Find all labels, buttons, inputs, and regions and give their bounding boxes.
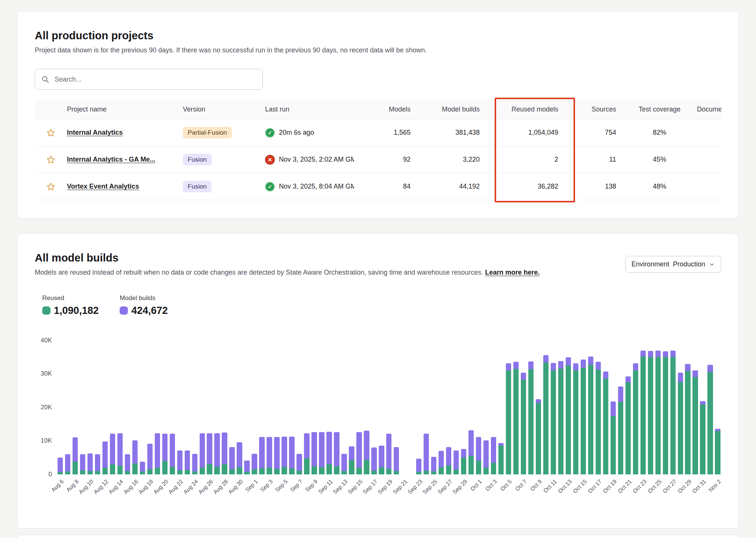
stacked-bar[interactable] [207,433,212,474]
stacked-bar[interactable] [379,446,384,474]
stacked-bar[interactable] [311,432,317,474]
stacked-bar[interactable] [611,401,616,474]
favorite-star-icon[interactable] [35,182,67,192]
stacked-bar[interactable] [566,357,571,474]
stacked-bar[interactable] [424,434,429,474]
stacked-bar[interactable] [468,430,474,474]
stacked-bar[interactable] [132,440,138,474]
stacked-bar[interactable] [177,450,182,474]
stacked-bar[interactable] [386,434,391,474]
stacked-bar[interactable] [356,432,362,474]
stacked-bar[interactable] [185,450,190,474]
stacked-bar[interactable] [58,458,63,474]
stacked-bar[interactable] [192,454,197,474]
stacked-bar[interactable] [229,447,234,474]
stacked-bar[interactable] [626,376,631,474]
stacked-bar[interactable] [334,432,339,474]
stacked-bar[interactable] [506,363,511,474]
stacked-bar[interactable] [603,372,608,474]
stacked-bar[interactable] [700,401,705,474]
stacked-bar[interactable] [289,437,294,474]
stacked-bar[interactable] [200,433,205,474]
stacked-bar[interactable] [483,440,489,474]
stacked-bar[interactable] [558,361,563,474]
bar-slot: Aug 16 [131,340,139,474]
stacked-bar[interactable] [162,434,168,474]
stacked-bar[interactable] [521,373,526,474]
stacked-bar[interactable] [439,451,444,474]
stacked-bar[interactable] [364,431,369,474]
stacked-bar[interactable] [252,454,257,474]
stacked-bar[interactable] [498,443,504,474]
stacked-bar[interactable] [640,351,646,474]
stacked-bar[interactable] [73,437,78,474]
stacked-bar[interactable] [663,351,668,474]
stacked-bar[interactable] [259,437,264,474]
model-builds-segment [461,449,466,458]
stacked-bar[interactable] [326,432,332,474]
stacked-bar[interactable] [319,432,324,474]
stacked-bar[interactable] [80,454,85,474]
project-name-link[interactable]: Vortex Event Analytics [67,183,183,190]
stacked-bar[interactable] [341,454,347,474]
stacked-bar[interactable] [491,437,496,474]
stacked-bar[interactable] [147,444,153,474]
environment-select[interactable]: Environment Production [625,256,721,273]
stacked-bar[interactable] [110,434,115,474]
stacked-bar[interactable] [536,399,541,474]
project-name-link[interactable]: Internal Analytics [67,129,183,137]
stacked-bar[interactable] [588,357,593,474]
stacked-bar[interactable] [461,449,466,474]
stacked-bar[interactable] [476,437,481,474]
project-search-box[interactable] [35,69,263,90]
stacked-bar[interactable] [551,363,556,474]
stacked-bar[interactable] [87,453,93,474]
reused-segment [349,460,354,474]
stacked-bar[interactable] [296,454,302,474]
stacked-bar[interactable] [707,365,713,474]
stacked-bar[interactable] [304,433,309,474]
stacked-bar[interactable] [655,351,661,474]
stacked-bar[interactable] [267,437,272,474]
stacked-bar[interactable] [678,373,683,474]
stacked-bar[interactable] [170,434,175,474]
favorite-star-icon[interactable] [35,128,67,138]
stacked-bar[interactable] [140,462,145,474]
stacked-bar[interactable] [394,447,399,474]
stacked-bar[interactable] [692,370,698,474]
stacked-bar[interactable] [125,454,130,474]
stacked-bar[interactable] [596,362,601,474]
stacked-bar[interactable] [416,459,421,474]
stacked-bar[interactable] [282,437,287,474]
stacked-bar[interactable] [543,355,548,474]
stacked-bar[interactable] [371,447,377,474]
stacked-bar[interactable] [513,362,519,474]
learn-more-link[interactable]: Learn more here. [485,269,540,276]
stacked-bar[interactable] [222,432,227,474]
stacked-bar[interactable] [431,457,436,474]
stacked-bar[interactable] [237,442,242,474]
project-name-link[interactable]: Internal Analytics - GA Me... [67,156,183,163]
stacked-bar[interactable] [65,454,70,474]
stacked-bar[interactable] [274,437,279,474]
stacked-bar[interactable] [648,351,653,474]
stacked-bar[interactable] [633,363,638,474]
stacked-bar[interactable] [715,429,720,474]
search-input[interactable] [54,75,256,84]
stacked-bar[interactable] [528,361,534,474]
stacked-bar[interactable] [155,433,160,474]
stacked-bar[interactable] [244,461,249,474]
stacked-bar[interactable] [214,433,219,474]
stacked-bar[interactable] [581,360,586,474]
stacked-bar[interactable] [95,454,100,474]
favorite-star-icon[interactable] [35,155,67,165]
stacked-bar[interactable] [102,441,108,474]
stacked-bar[interactable] [618,386,623,474]
stacked-bar[interactable] [446,447,451,474]
stacked-bar[interactable] [685,364,690,474]
stacked-bar[interactable] [117,433,123,474]
stacked-bar[interactable] [454,450,459,474]
stacked-bar[interactable] [670,351,676,474]
stacked-bar[interactable] [573,363,578,474]
stacked-bar[interactable] [349,446,354,474]
